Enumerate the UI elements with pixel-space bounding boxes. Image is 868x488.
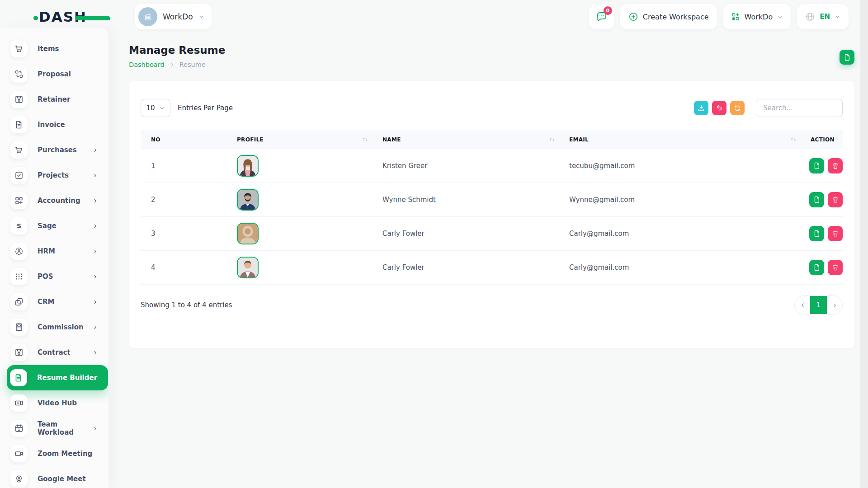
column-header-profile[interactable]: PROFILE↑↓ (226, 130, 372, 149)
view-resume-button[interactable] (809, 260, 824, 275)
pagination-prev-button[interactable] (795, 296, 810, 314)
sidebar: ItemsProposalRetainerInvoicePurchasesPro… (0, 28, 108, 488)
delete-resume-button[interactable] (828, 260, 843, 275)
view-resume-button[interactable] (809, 158, 824, 174)
cell-name: Wynne Schmidt (372, 183, 559, 217)
chevron-right-icon (93, 426, 98, 431)
chevron-right-icon (93, 300, 98, 305)
sidebar-icon-tile (10, 66, 28, 83)
view-resume-button[interactable] (809, 226, 824, 241)
column-header-inner: PROFILE↑↓ (226, 136, 372, 143)
chevron-left-icon (800, 302, 806, 308)
sort-icon[interactable]: ↑↓ (362, 137, 368, 142)
video-icon (14, 449, 24, 458)
sidebar-icon-tile (10, 40, 28, 57)
sidebar-icon-tile (10, 394, 28, 412)
sidebar-item-team-workload[interactable]: Team Workload (0, 416, 108, 441)
webcam-icon (14, 474, 24, 483)
main-content: Manage Resume Dashboard Resume 10 Entrie… (108, 33, 860, 488)
language-selector[interactable]: EN (797, 4, 849, 29)
sidebar-item-items[interactable]: Items (0, 36, 108, 61)
avatar[interactable] (237, 189, 259, 211)
delete-resume-button[interactable] (828, 158, 843, 174)
chevron-right-icon (93, 173, 98, 178)
sidebar-icon-tile (10, 116, 28, 133)
cell-action (800, 217, 843, 251)
sort-icon[interactable]: ↑↓ (790, 137, 796, 142)
brand-logo: DASH (39, 7, 107, 26)
column-header-action: ACTION (800, 130, 843, 149)
column-header-inner: NAME↑↓ (372, 136, 559, 143)
sidebar-item-commission[interactable]: Commission (0, 314, 108, 340)
create-workspace-button[interactable]: Create Workspace (620, 4, 717, 29)
breadcrumb-dashboard-link[interactable]: Dashboard (129, 61, 165, 68)
column-header-no: NO (141, 130, 226, 149)
sidebar-item-label: Commission (38, 323, 84, 331)
sidebar-item-accounting[interactable]: Accounting (0, 188, 108, 213)
sidebar-item-hrm[interactable]: HRM (0, 239, 108, 264)
messages-badge: 0 (604, 6, 612, 15)
avatar[interactable] (237, 223, 259, 244)
sidebar-item-pos[interactable]: POS (0, 264, 108, 289)
refresh-button[interactable] (730, 101, 745, 115)
sidebar-item-resume-builder[interactable]: Resume Builder (7, 365, 108, 390)
cell-no: 4 (141, 251, 226, 285)
pagination: 1 (794, 296, 843, 314)
sidebar-item-label: HRM (38, 247, 55, 255)
cell-action (800, 183, 843, 217)
workspace-selector[interactable]: WorkDo (135, 4, 212, 29)
pagination-next-button[interactable] (827, 296, 842, 314)
delete-resume-button[interactable] (828, 192, 843, 207)
avatar[interactable] (237, 155, 259, 177)
pagination-page-1[interactable]: 1 (810, 296, 827, 314)
messages-button[interactable]: 0 (589, 4, 614, 29)
sidebar-item-projects[interactable]: Projects (0, 163, 108, 188)
column-header-email[interactable]: EMAIL↑↓ (559, 130, 800, 149)
cell-action (800, 251, 843, 285)
sidebar-icon-tile (10, 192, 28, 209)
create-resume-button[interactable] (840, 50, 854, 65)
cell-name: Kristen Greer (372, 149, 559, 183)
task-check-icon (14, 171, 24, 180)
sidebar-item-google-meet[interactable]: Google Meet (0, 466, 108, 488)
chevron-down-icon (835, 14, 840, 20)
entries-per-page-select[interactable]: 10 (141, 99, 170, 117)
save-icon (14, 348, 24, 357)
sidebar-icon-tile (10, 91, 28, 108)
sidebar-item-video-hub[interactable]: Video Hub (0, 390, 108, 416)
workdo-menu-button[interactable]: WorkDo (723, 4, 792, 29)
search-input[interactable] (756, 99, 843, 117)
sidebar-item-retainer[interactable]: Retainer (0, 87, 108, 112)
sidebar-item-label: Accounting (38, 197, 80, 205)
sidebar-item-contract[interactable]: Contract (0, 340, 108, 365)
column-header-name[interactable]: NAME↑↓ (372, 130, 559, 149)
sidebar-item-sage[interactable]: SSage (0, 213, 108, 239)
avatar[interactable] (237, 257, 259, 278)
table-row: 1Kristen Greertecubu@gmail.com (141, 149, 843, 183)
export-download-button[interactable] (694, 101, 708, 115)
sidebar-item-proposal[interactable]: Proposal (0, 61, 108, 87)
chevron-right-icon (93, 198, 98, 203)
undo-button[interactable] (712, 101, 726, 115)
app-header: DASH WorkDo 0 Create Workspace WorkDo EN (0, 0, 860, 33)
calculator-icon (14, 323, 24, 332)
entries-per-page-label: Entries Per Page (178, 104, 233, 112)
column-label: ACTION (811, 136, 835, 143)
delete-resume-button[interactable] (828, 226, 843, 241)
sort-icon[interactable]: ↑↓ (548, 137, 554, 142)
sidebar-item-purchases[interactable]: Purchases (0, 137, 108, 163)
scrollbar-track[interactable] (860, 0, 868, 488)
sidebar-item-invoice[interactable]: Invoice (0, 112, 108, 137)
view-resume-button[interactable] (809, 192, 824, 207)
svg-text:S: S (17, 222, 21, 230)
entries-per-page-value: 10 (146, 104, 155, 112)
breadcrumb: Dashboard Resume (129, 61, 854, 68)
sidebar-nav: ItemsProposalRetainerInvoicePurchasesPro… (0, 36, 108, 488)
cell-name: Carly Fowler (372, 251, 559, 285)
column-header-inner: EMAIL↑↓ (559, 136, 800, 143)
row-actions (809, 192, 843, 207)
resume-table: NOPROFILE↑↓NAME↑↓EMAIL↑↓ACTION 1Kristen … (141, 130, 843, 285)
sidebar-item-crm[interactable]: CRM (0, 289, 108, 314)
chevron-right-icon (93, 325, 98, 330)
sidebar-item-zoom-meeting[interactable]: Zoom Meeting (0, 441, 108, 466)
